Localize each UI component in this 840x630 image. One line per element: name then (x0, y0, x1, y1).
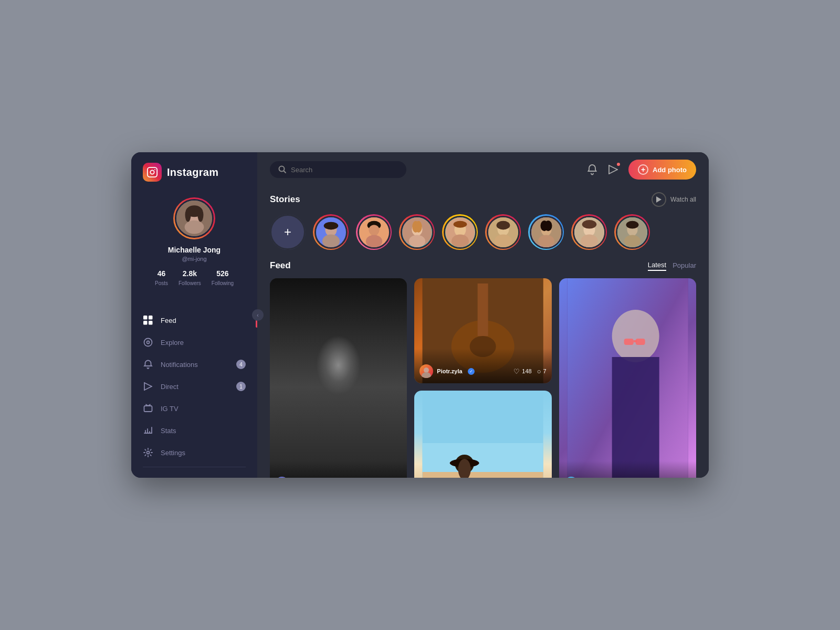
feed-header: Feed Latest Popular (270, 260, 696, 271)
sidebar-item-direct[interactable]: Direct 1 (131, 375, 257, 397)
svg-rect-18 (144, 406, 152, 412)
story-item-7[interactable] (571, 214, 607, 250)
post-comments-2: ○ 7 (537, 368, 547, 375)
svg-point-64 (310, 307, 368, 354)
story-avatar-img (314, 216, 348, 249)
svg-point-5 (185, 220, 204, 234)
svg-point-13 (144, 339, 152, 346)
post-username-2: Piotr.zyla (437, 368, 462, 374)
feed-post-4[interactable] (414, 391, 551, 478)
svg-point-78 (422, 372, 431, 378)
story-item-2[interactable] (356, 214, 392, 250)
sidebar-header: Instagram (131, 163, 257, 192)
sidebar-collapse-button[interactable]: ‹ (252, 309, 264, 321)
sidebar-item-stats[interactable]: Stats (131, 419, 257, 442)
explore-icon (143, 337, 153, 348)
svg-rect-85 (633, 340, 636, 342)
direct-badge: 1 (236, 382, 246, 391)
stories-section: Stories Watch all (270, 192, 696, 250)
add-photo-button[interactable]: + Add photo (628, 160, 696, 180)
profile-name: Michaelle Jong (168, 246, 220, 254)
svg-point-8 (197, 208, 203, 222)
direct-send-button[interactable] (607, 164, 619, 175)
svg-line-15 (144, 383, 152, 386)
search-input[interactable] (291, 166, 398, 174)
sidebar-item-igtv[interactable]: IG TV (131, 397, 257, 419)
sidebar-item-notifications[interactable]: Notifications 4 (131, 353, 257, 375)
stat-followers-value: 2.8k (178, 269, 201, 278)
svg-line-23 (609, 165, 617, 170)
svg-point-1 (150, 170, 154, 174)
topbar: + Add photo (257, 152, 709, 187)
filter-latest[interactable]: Latest (648, 261, 666, 271)
feed-post-3[interactable]: Timi.Zajc ♡ 311 ○ 24 (559, 278, 696, 478)
plus-icon: + (638, 164, 648, 175)
svg-rect-84 (635, 339, 645, 345)
notification-bell-button[interactable] (586, 164, 598, 175)
svg-point-7 (185, 208, 191, 222)
svg-point-38 (408, 235, 425, 248)
sidebar-item-feed[interactable]: Feed (131, 309, 257, 331)
search-box (270, 161, 406, 178)
tv-icon (143, 403, 153, 414)
svg-point-57 (582, 220, 596, 229)
direct-nav-label: Direct (161, 383, 229, 391)
story-item-4[interactable] (442, 214, 478, 250)
story-item-8[interactable] (614, 214, 650, 250)
svg-point-2 (154, 169, 155, 170)
stat-following: 526 Following (212, 269, 234, 287)
svg-line-22 (284, 171, 286, 173)
stat-posts-value: 46 (155, 269, 168, 278)
watch-all-label: Watch all (670, 196, 696, 203)
story-item-1[interactable] (313, 214, 349, 250)
watch-all-button[interactable]: Watch all (652, 192, 696, 207)
profile-section: Michaelle Jong @mi-jong 46 Posts 2.8k Fo… (131, 192, 257, 298)
feed-post-2[interactable]: Piotr.zyla ✓ ♡ 148 ○ 7 (414, 278, 551, 383)
post-image-1 (270, 278, 407, 478)
filter-popular[interactable]: Popular (673, 261, 696, 270)
comment-icon-2: ○ (537, 368, 541, 375)
svg-point-33 (365, 235, 382, 248)
story-item-5[interactable] (485, 214, 521, 250)
svg-point-30 (323, 222, 338, 230)
topbar-icons: + Add photo (586, 160, 696, 180)
avatar (173, 197, 215, 239)
post-likes-2: ♡ 148 (513, 368, 531, 375)
story-avatar-img (616, 216, 649, 249)
post-user-2: Piotr.zyla ✓ (419, 364, 474, 378)
send-icon (143, 381, 153, 392)
story-avatar-img (530, 216, 563, 249)
settings-nav-label: Settings (161, 449, 246, 457)
avatar-image (175, 199, 214, 238)
logout-button[interactable]: Logout (143, 475, 246, 478)
post-footer-1: C4r0l1n3 ♡ 218 ○ 12 (270, 461, 407, 478)
feed-post-1[interactable]: C4r0l1n3 ♡ 218 ○ 12 (270, 278, 407, 478)
play-icon (652, 192, 666, 207)
add-photo-label: Add photo (653, 166, 687, 174)
story-item-3[interactable] (399, 214, 435, 250)
story-avatar-img (444, 216, 477, 249)
feed-grid: C4r0l1n3 ♡ 218 ○ 12 (270, 278, 696, 478)
feed-nav-label: Feed (161, 317, 246, 324)
notification-dot (617, 163, 620, 166)
svg-point-65 (336, 289, 368, 352)
svg-rect-11 (143, 321, 148, 325)
main-content: + Add photo Stories (257, 152, 709, 478)
story-avatar-img (573, 216, 606, 249)
post-comments-count-2: 7 (543, 368, 547, 374)
add-story-avatar[interactable]: + (270, 214, 306, 250)
svg-rect-68 (278, 278, 399, 478)
svg-rect-0 (148, 167, 157, 177)
sidebar-item-settings[interactable]: Settings (131, 442, 257, 464)
svg-point-77 (424, 368, 429, 373)
feed-title: Feed (270, 260, 291, 271)
sidebar-item-explore[interactable]: Explore (131, 331, 257, 353)
feed-area: Stories Watch all (257, 187, 709, 478)
post-likes-count-2: 148 (522, 368, 531, 374)
story-item-6[interactable] (528, 214, 564, 250)
stat-followers-label: Followers (178, 280, 201, 286)
svg-point-56 (580, 235, 597, 248)
svg-line-24 (609, 170, 617, 174)
story-avatar-img (401, 216, 434, 249)
profile-stats: 46 Posts 2.8k Followers 526 Following (143, 269, 246, 287)
